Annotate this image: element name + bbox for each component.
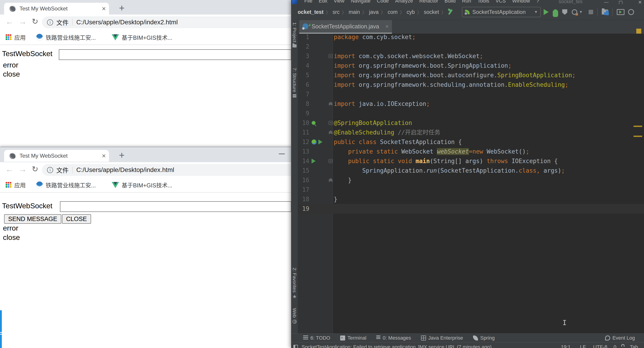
fold-minus-icon[interactable]: − — [328, 159, 333, 163]
toolwindow-messages-button[interactable]: 0: Messages — [376, 335, 411, 341]
toolwindow-todo-button[interactable]: 6: TODO — [303, 335, 330, 341]
profiler-chevron-icon[interactable]: ▼ — [579, 10, 583, 14]
info-icon[interactable]: i — [47, 167, 53, 173]
project-structure-button[interactable] — [602, 10, 608, 14]
bookmark-apps[interactable]: 应用 — [14, 181, 26, 189]
menu-code[interactable]: Code — [374, 0, 392, 4]
menu-analyze[interactable]: Analyze — [392, 0, 416, 4]
address-bar[interactable]: i 文件 C:/Users/apple/Desktop/index.html — [42, 164, 291, 176]
menu-vcs[interactable]: VCS — [492, 0, 509, 4]
event-log-button[interactable]: Event Log — [605, 335, 635, 341]
bookmark-railway[interactable]: 铁路营业线施工安... — [46, 181, 96, 189]
spring-bean-icon[interactable] — [312, 140, 316, 144]
caret-position[interactable]: 19:1 — [561, 344, 571, 348]
status-counter[interactable]: 0 — [614, 344, 616, 348]
code-line[interactable]: 8import java.io.IOException; — [298, 99, 644, 108]
bookmark-bim-gis[interactable]: 基于BIM+GIS技术... — [122, 33, 172, 41]
indent-info[interactable]: Tab — [630, 344, 638, 348]
new-tab-button[interactable]: + — [119, 150, 125, 161]
toolwindow-project-button[interactable]: 1: Project — [291, 22, 298, 48]
code-line[interactable]: 12public class SocketTestApplication { — [298, 137, 644, 147]
fold-end-icon[interactable] — [329, 102, 332, 106]
tab-close-icon[interactable]: × — [102, 5, 106, 12]
profiler-button[interactable] — [572, 9, 577, 15]
run-icon[interactable] — [312, 158, 316, 164]
code-line[interactable]: 13 private static WebSocket webSocket=ne… — [298, 147, 644, 156]
message-input[interactable] — [59, 49, 291, 60]
menu-run[interactable]: Run — [459, 0, 474, 4]
code-line[interactable]: 19 — [298, 204, 644, 214]
breadcrumb-com[interactable]: com — [388, 9, 398, 15]
breadcrumb-cyb[interactable]: cyb — [407, 9, 415, 15]
toolwindow-terminal-button[interactable]: >_Terminal — [340, 335, 366, 341]
code-line[interactable]: 11@EnableScheduling //开启定时任务 — [298, 128, 644, 137]
apps-grid-icon[interactable] — [6, 182, 12, 188]
code-line[interactable]: 18} — [298, 194, 644, 204]
window-minimize-button[interactable] — [279, 154, 285, 154]
breadcrumb-src[interactable]: src — [333, 9, 340, 15]
code-line[interactable]: 4import org.springframework.boot.SpringA… — [298, 61, 644, 70]
editor-tab[interactable]: SocketTestApplication.java × — [299, 20, 392, 34]
status-message[interactable]: SocketTestApplication: Failed to retriev… — [302, 344, 492, 348]
menu-help[interactable]: ? — [533, 0, 542, 4]
toolwindow-toggle-icon[interactable] — [294, 345, 298, 348]
debug-button[interactable] — [553, 9, 558, 15]
forward-icon[interactable]: → — [18, 164, 27, 174]
code-line[interactable]: 15 SpringApplication.run(SocketTestAppli… — [298, 166, 644, 175]
menu-refactor[interactable]: Refactor — [416, 0, 441, 4]
code-line[interactable]: 5import org.springframework.boot.autocon… — [298, 70, 644, 80]
file-encoding[interactable]: UTF-8 — [593, 344, 607, 348]
forward-icon[interactable]: → — [18, 17, 27, 26]
message-input[interactable] — [60, 201, 291, 212]
breadcrumb-java[interactable]: java — [369, 9, 378, 15]
scrollbar-warning-stripe[interactable] — [634, 136, 642, 137]
ide-maximize-button[interactable]: ▢ — [618, 0, 623, 4]
send-message-button[interactable]: SEND MESSAGE — [4, 214, 61, 224]
coverage-button[interactable] — [562, 9, 567, 15]
run-button[interactable] — [544, 9, 549, 15]
bookmark-bim-gis[interactable]: 基于BIM+GIS技术... — [122, 181, 172, 189]
toolwindow-spring-button[interactable]: Spring — [473, 335, 495, 341]
spring-search-icon[interactable] — [312, 121, 316, 125]
stop-button[interactable] — [588, 10, 593, 14]
address-bar[interactable]: i 文件 C:/Users/apple/Desktop/index2.html — [42, 16, 291, 28]
toolwindow-java-enterprise-button[interactable]: Java Enterprise — [421, 335, 463, 341]
code-line[interactable]: 10−@SpringBootApplication — [298, 118, 644, 128]
fold-minus-icon[interactable]: − — [328, 54, 333, 58]
reload-icon[interactable]: ↻ — [32, 17, 38, 26]
code-line[interactable]: 7 — [298, 90, 644, 99]
line-separator[interactable]: LF — [580, 344, 586, 348]
ide-close-button[interactable]: ✕ — [638, 0, 642, 4]
breadcrumb-project[interactable]: socket_test — [295, 9, 324, 15]
breadcrumb-socket[interactable]: socket — [424, 9, 439, 15]
menu-navigate[interactable]: Navigate — [348, 0, 374, 4]
railway-favicon-icon[interactable] — [36, 182, 43, 188]
search-everywhere-icon[interactable] — [628, 9, 634, 15]
menu-tools[interactable]: Tools — [474, 0, 492, 4]
run-config-dropdown[interactable]: SocketTestApplication ▼ — [462, 7, 541, 17]
menu-file[interactable]: File — [301, 0, 316, 4]
code-line[interactable]: 3−import com.cyb.socket.websocket.WebSoc… — [298, 51, 644, 61]
build-wrench-icon[interactable] — [447, 9, 453, 15]
run-icon[interactable] — [318, 140, 322, 144]
vue-favicon-icon[interactable] — [112, 182, 119, 188]
bookmark-railway[interactable]: 铁路营业线施工安... — [46, 33, 96, 41]
url-text[interactable]: C:/Users/apple/Desktop/index.html — [76, 166, 174, 174]
tab-close-icon[interactable]: × — [385, 23, 389, 30]
code-line[interactable]: 9 — [298, 108, 644, 118]
breadcrumb-main[interactable]: main — [348, 9, 360, 15]
code-line[interactable]: 16 } — [298, 175, 644, 185]
code-line[interactable]: 14− public static void main(String[] arg… — [298, 156, 644, 166]
code-line[interactable]: 17 — [298, 185, 644, 194]
vue-favicon-icon[interactable] — [112, 34, 119, 40]
close-button[interactable]: CLOSE — [62, 214, 91, 224]
ide-minimize-button[interactable]: — — [604, 0, 608, 4]
bookmark-apps[interactable]: 应用 — [14, 33, 26, 41]
menu-edit[interactable]: Edit — [316, 0, 330, 4]
run-toolwindow-icon[interactable] — [617, 9, 624, 15]
back-icon[interactable]: ← — [6, 164, 14, 174]
info-icon[interactable]: i — [47, 19, 53, 26]
menu-view[interactable]: View — [330, 0, 348, 4]
apps-grid-icon[interactable] — [6, 34, 12, 40]
fold-end-icon[interactable] — [329, 178, 332, 182]
